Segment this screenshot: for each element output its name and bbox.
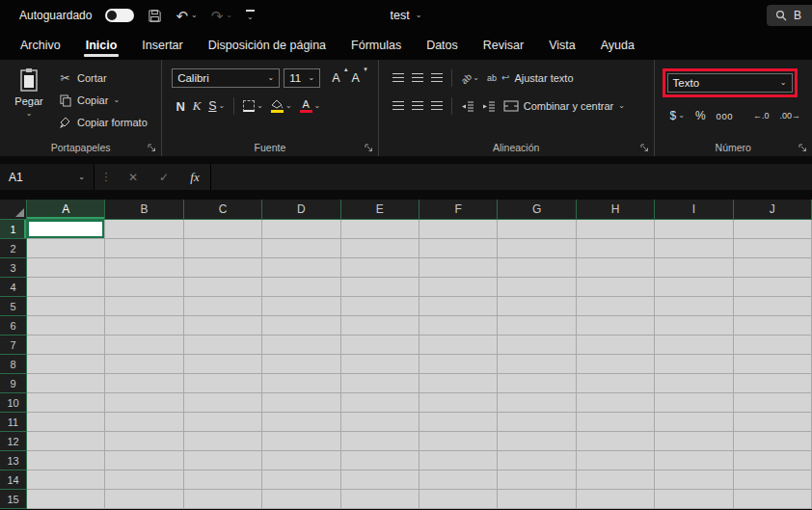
italic-button[interactable]: K — [189, 95, 204, 117]
cell-G12[interactable] — [498, 432, 576, 451]
cell-B5[interactable] — [105, 297, 183, 316]
cell-E5[interactable] — [341, 297, 420, 316]
cell-C6[interactable] — [184, 316, 262, 336]
column-header-G[interactable]: G — [498, 200, 576, 220]
cell-C13[interactable] — [184, 451, 262, 470]
cell-H15[interactable] — [577, 490, 655, 509]
cell-D11[interactable] — [262, 413, 340, 432]
tab-disposicion-de-pagina[interactable]: Disposición de página — [196, 31, 338, 60]
increase-indent-button[interactable] — [478, 95, 500, 117]
cell-B14[interactable] — [105, 470, 183, 490]
cell-A8[interactable] — [27, 355, 105, 374]
cell-G4[interactable] — [498, 278, 576, 297]
cell-D8[interactable] — [262, 355, 340, 374]
cell-B2[interactable] — [105, 239, 183, 258]
cell-F12[interactable] — [420, 432, 498, 451]
cell-J6[interactable] — [734, 316, 812, 336]
cell-C2[interactable] — [184, 239, 262, 258]
cell-C10[interactable] — [184, 393, 262, 413]
cell-A6[interactable] — [27, 316, 105, 336]
cell-G9[interactable] — [498, 374, 576, 393]
cell-J5[interactable] — [734, 297, 812, 316]
cell-I13[interactable] — [655, 451, 733, 470]
wrap-text-button[interactable]: ab ↩ Ajustar texto — [483, 67, 578, 89]
row-header-4[interactable]: 4 — [0, 278, 27, 297]
cell-G15[interactable] — [498, 490, 576, 509]
document-title[interactable]: test ⌄ — [391, 0, 422, 31]
tab-formulas[interactable]: Fórmulas — [338, 31, 414, 60]
cell-C1[interactable] — [184, 220, 262, 239]
cell-J9[interactable] — [734, 374, 812, 393]
column-header-F[interactable]: F — [420, 200, 498, 220]
paste-button[interactable]: Pegar ⌄ — [8, 66, 50, 132]
cell-E9[interactable] — [341, 374, 420, 393]
formula-input[interactable] — [210, 164, 812, 190]
search-box[interactable]: B — [767, 5, 812, 26]
cell-F11[interactable] — [420, 413, 498, 432]
cell-B3[interactable] — [105, 258, 183, 278]
cell-A1[interactable] — [27, 220, 105, 239]
cell-F10[interactable] — [420, 393, 498, 413]
cell-I8[interactable] — [655, 355, 733, 374]
cell-D5[interactable] — [262, 297, 340, 316]
align-middle-button[interactable] — [408, 67, 427, 89]
column-header-D[interactable]: D — [262, 200, 340, 220]
cell-E14[interactable] — [341, 470, 420, 490]
cell-C8[interactable] — [184, 355, 262, 374]
cell-I11[interactable] — [655, 413, 733, 432]
cell-G5[interactable] — [498, 297, 576, 316]
tab-vista[interactable]: Vista — [536, 31, 588, 60]
cell-J13[interactable] — [734, 451, 812, 470]
cell-I3[interactable] — [655, 258, 733, 278]
cell-A7[interactable] — [27, 336, 105, 355]
merge-and-center-button[interactable]: Combinar y centrar ⌄ — [500, 95, 629, 117]
column-header-B[interactable]: B — [105, 200, 183, 220]
row-header-12[interactable]: 12 — [0, 432, 27, 451]
row-header-3[interactable]: 3 — [0, 258, 27, 278]
percent-style-button[interactable]: % — [691, 105, 710, 126]
cell-F7[interactable] — [420, 336, 498, 355]
cell-C9[interactable] — [184, 374, 262, 393]
cell-I5[interactable] — [655, 297, 733, 316]
decrease-font-size-button[interactable]: A ▾ — [348, 67, 367, 89]
cell-C11[interactable] — [184, 413, 262, 432]
row-header-8[interactable]: 8 — [0, 355, 27, 374]
cell-F1[interactable] — [420, 220, 498, 239]
align-bottom-button[interactable] — [427, 67, 447, 89]
cell-H10[interactable] — [577, 393, 655, 413]
decrease-decimal-button[interactable]: .00→ — [775, 105, 804, 126]
undo-button[interactable]: ↶ ⌄ — [176, 9, 197, 23]
row-header-5[interactable]: 5 — [0, 297, 27, 316]
dialog-launcher-icon[interactable] — [148, 144, 156, 152]
cell-C12[interactable] — [184, 432, 262, 451]
enter-button[interactable]: ✓ — [149, 164, 179, 190]
orientation-button[interactable]: ab ⌄ — [457, 67, 483, 89]
cell-D14[interactable] — [262, 470, 340, 490]
underline-button[interactable]: S ⌄ — [204, 95, 229, 117]
cell-A15[interactable] — [27, 490, 105, 509]
row-header-9[interactable]: 9 — [0, 374, 27, 393]
cell-H12[interactable] — [577, 432, 655, 451]
cell-B1[interactable] — [105, 220, 183, 239]
row-header-10[interactable]: 10 — [0, 393, 27, 413]
row-header-2[interactable]: 2 — [0, 239, 27, 258]
cell-E6[interactable] — [341, 316, 420, 336]
cell-D9[interactable] — [262, 374, 340, 393]
cell-J10[interactable] — [734, 393, 812, 413]
cell-H7[interactable] — [577, 336, 655, 355]
cancel-button[interactable]: ✕ — [118, 164, 149, 190]
cell-D15[interactable] — [262, 490, 340, 509]
row-header-6[interactable]: 6 — [0, 316, 27, 336]
decrease-indent-button[interactable] — [457, 95, 478, 117]
align-center-button[interactable] — [408, 95, 427, 117]
cell-B6[interactable] — [105, 316, 183, 336]
increase-font-size-button[interactable]: A ▴ — [328, 67, 347, 89]
cell-G7[interactable] — [498, 336, 576, 355]
cell-A10[interactable] — [27, 393, 105, 413]
cell-J14[interactable] — [734, 470, 812, 490]
cell-C3[interactable] — [184, 258, 262, 278]
cell-F15[interactable] — [420, 490, 498, 509]
column-header-C[interactable]: C — [184, 200, 262, 220]
cell-A13[interactable] — [27, 451, 105, 470]
cell-D10[interactable] — [262, 393, 340, 413]
